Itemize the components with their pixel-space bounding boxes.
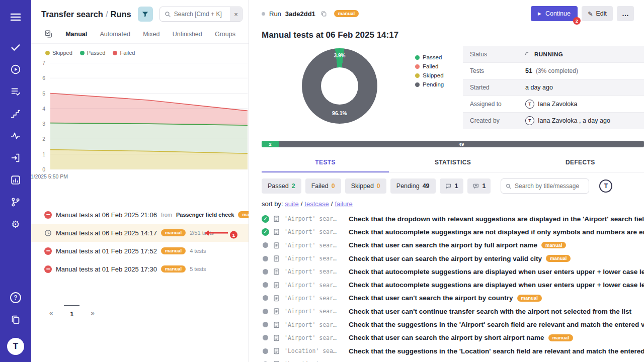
test-row[interactable]: 'Airport' sear… Check that autocomplete … <box>262 265 644 278</box>
tab-manual[interactable]: Manual <box>65 31 87 38</box>
manual-badge: manual <box>334 10 359 17</box>
activity-icon[interactable] <box>10 130 22 142</box>
info-label: Started <box>470 84 525 91</box>
filter-count: 0 <box>377 183 380 190</box>
comment-icon <box>445 183 452 190</box>
help-icon[interactable]: ? <box>10 292 22 304</box>
breadcrumb: Transfer search/Runs <box>41 10 131 19</box>
sort-by-testcase[interactable]: testcase <box>304 200 329 208</box>
pagination-prev[interactable]: « <box>46 305 56 317</box>
test-row[interactable]: 'Airport' sear… Check that user can sear… <box>262 252 644 265</box>
legend-failed[interactable]: Failed <box>415 63 444 69</box>
tests-completed: (3% completed) <box>536 67 578 74</box>
legend-skipped[interactable]: Skipped <box>45 50 72 56</box>
breadcrumb-parent[interactable]: Transfer search <box>41 10 103 19</box>
help-glyph: ? <box>10 292 21 303</box>
test-row[interactable]: 'Airport' sear… Check that autocomplete … <box>262 278 644 291</box>
continue-button[interactable]: ▶ Continue 2 <box>531 6 578 21</box>
test-row[interactable]: 'Location' sea… Check that autocomplete … <box>262 357 644 362</box>
test-row[interactable]: 'Airport' sear… Check that the dropdown … <box>262 212 644 225</box>
run-running-icon <box>44 229 52 237</box>
run-row[interactable]: Manual tests at 01 Feb 2025 17:52 manual… <box>31 242 249 260</box>
legend-pending[interactable]: Pending <box>415 81 444 87</box>
sign-in-icon[interactable] <box>10 152 22 164</box>
gear-icon[interactable]: ⚙ <box>10 218 22 230</box>
testcase-icon <box>273 295 280 302</box>
test-row[interactable]: 'Airport' sear… Check that the suggestio… <box>262 318 644 331</box>
legend-label: Pending <box>423 81 444 87</box>
testcase-icon <box>273 228 280 235</box>
failed-dot <box>415 64 420 69</box>
manual-badge: manual <box>541 242 566 249</box>
pending-status-icon <box>263 282 268 288</box>
info-label: Assigned to <box>470 101 525 108</box>
runs-search-input[interactable] <box>174 11 230 18</box>
sort-by-suite[interactable]: suite <box>285 200 298 208</box>
filter-pending[interactable]: Pending49 <box>390 178 436 194</box>
legend-failed[interactable]: Failed <box>113 50 135 56</box>
annotation-badge-1: 1 <box>230 231 237 239</box>
menu-icon[interactable] <box>10 11 22 23</box>
avatar: T <box>525 116 534 125</box>
started-value: a day ago <box>525 84 553 91</box>
pending-status-icon <box>263 322 268 327</box>
filter-passed[interactable]: Passed2 <box>262 178 301 194</box>
tab-mixed[interactable]: Mixed <box>143 31 159 38</box>
sort-by-failure[interactable]: failure <box>335 200 352 208</box>
avatar: T <box>525 100 534 109</box>
test-title: Check that user can search the airport b… <box>349 241 537 249</box>
tab-unfinished[interactable]: Unfinished <box>173 31 202 38</box>
tab-defects[interactable]: DEFECTS <box>517 154 644 172</box>
legend-passed[interactable]: Passed <box>80 50 106 56</box>
edit-button[interactable]: ✎ Edit <box>582 6 613 21</box>
legend-label: Failed <box>423 63 438 69</box>
steps-icon[interactable] <box>10 108 22 120</box>
info-label: Tests <box>470 67 525 74</box>
run-from-name: Passenger field check <box>176 212 234 218</box>
user-avatar[interactable]: T <box>599 179 612 193</box>
filter-button[interactable] <box>138 7 153 22</box>
tab-automated[interactable]: Automated <box>100 31 130 38</box>
sidebar-bottom: ? T <box>7 287 24 355</box>
play-circle-icon[interactable] <box>10 63 22 75</box>
test-row[interactable]: 'Airport' sear… Check that autocomplete … <box>262 225 644 238</box>
run-row-selected[interactable]: Manual tests at 06 Feb 2025 14:17 manual… <box>31 224 249 242</box>
y-tick: 6 <box>42 75 45 81</box>
testcase-icon <box>273 347 280 354</box>
test-suite-name: 'Airport' sear… <box>284 242 345 249</box>
select-runs-icon[interactable] <box>44 30 53 38</box>
filter-comments[interactable]: 1 <box>440 178 463 194</box>
more-button[interactable]: … <box>617 6 634 21</box>
test-row[interactable]: 'Location' sea… Check that the suggestio… <box>262 344 644 357</box>
files-icon[interactable] <box>10 314 22 326</box>
test-row[interactable]: 'Airport' sear… Check that user can't se… <box>262 292 644 305</box>
pagination-page-1[interactable]: 1 <box>64 305 79 318</box>
filter-defects[interactable]: 1 <box>467 178 491 194</box>
workspace-logo[interactable]: T <box>7 338 24 355</box>
run-row[interactable]: Manual tests at 06 Feb 2025 21:06 from P… <box>31 206 249 224</box>
tab-tests[interactable]: TESTS <box>262 154 389 172</box>
filter-failed[interactable]: Failed0 <box>305 178 341 194</box>
legend-skipped[interactable]: Skipped <box>415 72 444 78</box>
filter-skipped[interactable]: Skipped0 <box>345 178 386 194</box>
copy-run-id-button[interactable] <box>319 10 328 18</box>
check-icon[interactable] <box>10 41 22 53</box>
tab-statistics[interactable]: STATISTICS <box>389 154 516 172</box>
testcase-icon <box>273 268 280 275</box>
page-title: Manual tests at 06 Feb 2025 14:17 <box>262 30 644 40</box>
tab-groups[interactable]: Groups <box>215 31 235 38</box>
legend-passed[interactable]: Passed <box>415 54 444 60</box>
search-clear-button[interactable]: × <box>230 7 242 21</box>
test-suite-name: 'Airport' sear… <box>284 268 345 275</box>
pagination-next[interactable]: » <box>88 305 97 317</box>
manual-badge: manual <box>548 334 573 341</box>
test-row[interactable]: 'Airport' sear… Check that user can't co… <box>262 305 644 318</box>
task-list-icon[interactable] <box>10 85 22 98</box>
legend-label: Passed <box>423 54 442 60</box>
run-row[interactable]: Manual tests at 01 Feb 2025 17:30 manual… <box>31 260 249 278</box>
branch-icon[interactable] <box>10 196 22 208</box>
bar-chart-icon[interactable] <box>10 174 22 186</box>
test-search-input[interactable] <box>515 183 584 190</box>
test-row[interactable]: 'Airport' sear… Check that user can sear… <box>262 239 644 252</box>
test-row[interactable]: 'Airport' sear… Check that user can sear… <box>262 331 644 344</box>
